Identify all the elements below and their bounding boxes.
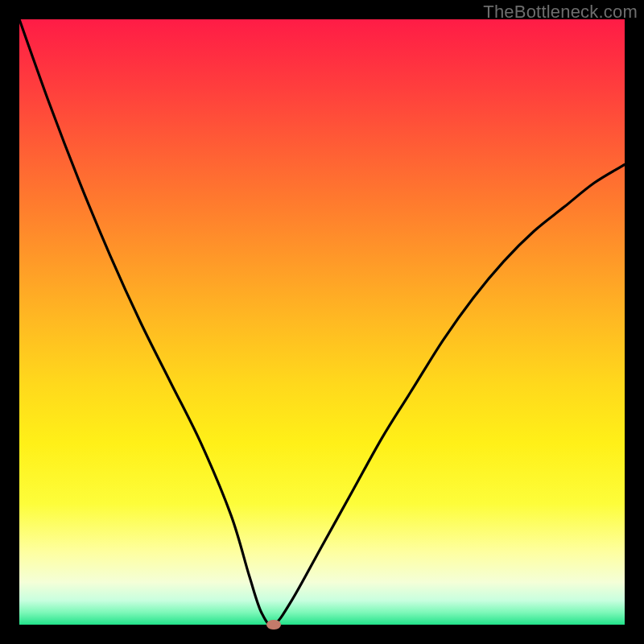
curve-svg bbox=[19, 19, 625, 625]
bottleneck-curve bbox=[19, 19, 625, 625]
chart-frame: TheBottleneck.com bbox=[0, 0, 644, 644]
optimal-marker bbox=[266, 620, 281, 630]
plot-area bbox=[19, 19, 625, 625]
